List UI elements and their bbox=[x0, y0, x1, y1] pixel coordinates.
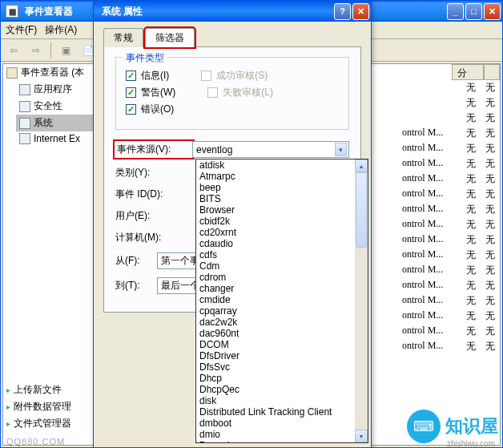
side-link-upload[interactable]: ▸上传新文件 bbox=[6, 381, 71, 398]
dropdown-option[interactable]: Atmarpc bbox=[196, 171, 368, 182]
dropdown-option[interactable]: DfsDriver bbox=[196, 350, 368, 361]
dialog-close-button[interactable]: ✕ bbox=[352, 3, 369, 20]
dropdown-option[interactable]: dac960nt bbox=[196, 328, 368, 339]
minimize-button[interactable]: _ bbox=[447, 3, 464, 20]
dropdown-option[interactable]: cdfs bbox=[196, 249, 368, 260]
dropdown-option[interactable]: atdisk bbox=[196, 159, 368, 171]
list-cell[interactable]: ontrol M... bbox=[397, 339, 461, 354]
menu-action[interactable]: 操作(A) bbox=[45, 23, 77, 37]
list-cell[interactable]: 无 bbox=[481, 126, 500, 141]
tab-general[interactable]: 常规 bbox=[103, 28, 143, 47]
list-cell[interactable]: 无 bbox=[481, 217, 500, 232]
list-cell[interactable]: 无 bbox=[481, 141, 500, 156]
list-cell[interactable]: 无 bbox=[481, 156, 500, 172]
list-cell[interactable]: 无 bbox=[461, 293, 481, 309]
list-cell[interactable] bbox=[397, 111, 461, 126]
scroll-thumb[interactable] bbox=[356, 172, 367, 248]
tree-root[interactable]: 事件查看器 (本 bbox=[3, 64, 99, 81]
chevron-down-icon[interactable]: ▾ bbox=[335, 143, 347, 156]
dropdown-option[interactable]: Dnsapi bbox=[196, 440, 368, 443]
list-cell[interactable]: 无 bbox=[481, 263, 500, 278]
list-cell[interactable]: 无 bbox=[461, 202, 481, 217]
col-header-2[interactable] bbox=[484, 64, 500, 80]
dropdown-option[interactable]: cdrom bbox=[196, 272, 368, 283]
list-cell[interactable]: ontrol M... bbox=[397, 126, 461, 141]
tab-filter[interactable]: 筛选器 bbox=[145, 28, 195, 47]
list-cell[interactable]: 无 bbox=[461, 309, 481, 324]
list-cell[interactable]: 无 bbox=[461, 156, 481, 172]
list-cell[interactable]: 无 bbox=[461, 217, 481, 232]
tree-item-security[interactable]: 安全性 bbox=[16, 98, 99, 115]
tree-item-system[interactable]: 系统 bbox=[16, 115, 99, 131]
list-cell[interactable]: ontrol M... bbox=[397, 217, 461, 232]
dropdown-option[interactable]: DCOM bbox=[196, 339, 368, 350]
dropdown-option[interactable]: dmboot bbox=[196, 418, 368, 429]
list-cell[interactable]: ontrol M... bbox=[397, 248, 461, 263]
list-cell[interactable]: 无 bbox=[481, 172, 500, 187]
list-cell[interactable]: 无 bbox=[481, 324, 500, 339]
tree-item-ie[interactable]: Internet Ex bbox=[16, 131, 99, 146]
list-cell[interactable]: 无 bbox=[461, 248, 481, 263]
list-cell[interactable]: 无 bbox=[461, 126, 481, 141]
list-cell[interactable]: 无 bbox=[461, 324, 481, 339]
list-cell[interactable]: 无 bbox=[481, 80, 500, 95]
maximize-button[interactable]: □ bbox=[465, 3, 482, 20]
event-source-select[interactable]: eventlog ▾ bbox=[192, 141, 349, 158]
dropdown-option[interactable]: BITS bbox=[196, 193, 368, 204]
check-error[interactable]: ✓错误(O) bbox=[126, 103, 174, 116]
list-cell[interactable]: 无 bbox=[461, 111, 481, 126]
close-button[interactable]: ✕ bbox=[484, 3, 501, 20]
dropdown-option[interactable]: disk bbox=[196, 395, 368, 406]
list-cell[interactable]: 无 bbox=[481, 202, 500, 217]
list-cell[interactable]: ontrol M... bbox=[397, 202, 461, 217]
list-cell[interactable]: 无 bbox=[461, 172, 481, 187]
dropdown-option[interactable]: dac2w2k bbox=[196, 317, 368, 328]
toolbar-item[interactable]: ▣ bbox=[56, 42, 75, 59]
dialog-help-button[interactable]: ? bbox=[334, 3, 351, 20]
list-cell[interactable]: ontrol M... bbox=[397, 263, 461, 278]
check-warning[interactable]: ✓警告(W) bbox=[126, 86, 175, 99]
dropdown-option[interactable]: DhcpQec bbox=[196, 384, 368, 395]
dropdown-option[interactable]: cdaudio bbox=[196, 238, 368, 249]
scroll-up-icon[interactable]: ▴ bbox=[355, 159, 368, 172]
list-cell[interactable]: 无 bbox=[461, 80, 481, 95]
list-cell[interactable]: 无 bbox=[461, 187, 481, 202]
dropdown-option[interactable]: beep bbox=[196, 182, 368, 193]
dropdown-option[interactable]: changer bbox=[196, 283, 368, 294]
list-cell[interactable]: 无 bbox=[461, 278, 481, 293]
check-info[interactable]: ✓信息(I) bbox=[126, 69, 169, 83]
list-cell[interactable]: 无 bbox=[481, 339, 500, 354]
list-cell[interactable]: 无 bbox=[461, 263, 481, 278]
dropdown-scrollbar[interactable]: ▴ ▾ bbox=[355, 159, 368, 442]
list-cell[interactable]: 无 bbox=[481, 232, 500, 248]
col-header[interactable]: 分 bbox=[452, 64, 484, 80]
event-source-dropdown[interactable]: atdiskAtmarpcbeepBITSBrowsercbidf2kcd20x… bbox=[195, 159, 368, 443]
dropdown-option[interactable]: dmio bbox=[196, 429, 368, 440]
scroll-down-icon[interactable]: ▾ bbox=[355, 430, 368, 442]
list-cell[interactable]: ontrol M... bbox=[397, 141, 461, 156]
check-success-audit[interactable]: 成功审核(S) bbox=[201, 69, 268, 83]
list-cell[interactable]: 无 bbox=[461, 95, 481, 111]
list-cell[interactable]: 无 bbox=[461, 141, 481, 156]
list-cell[interactable]: ontrol M... bbox=[397, 232, 461, 248]
list-cell[interactable]: 无 bbox=[461, 232, 481, 248]
list-cell[interactable]: 无 bbox=[481, 248, 500, 263]
list-cell[interactable]: ontrol M... bbox=[397, 293, 461, 309]
side-link-attachments[interactable]: ▸附件数据管理 bbox=[6, 398, 71, 415]
dialog-title-bar[interactable]: 系统 属性 ? ✕ bbox=[94, 1, 371, 22]
list-cell[interactable]: 无 bbox=[461, 339, 481, 354]
list-cell[interactable]: 无 bbox=[481, 187, 500, 202]
dropdown-option[interactable]: DfsSvc bbox=[196, 361, 368, 373]
list-cell[interactable]: 无 bbox=[481, 111, 500, 126]
dropdown-option[interactable]: Browser bbox=[196, 204, 368, 216]
dropdown-option[interactable]: Cdm bbox=[196, 260, 368, 272]
dropdown-option[interactable]: cpqarray bbox=[196, 305, 368, 317]
menu-file[interactable]: 文件(F) bbox=[6, 23, 37, 37]
list-cell[interactable]: ontrol M... bbox=[397, 278, 461, 293]
list-cell[interactable]: 无 bbox=[481, 293, 500, 309]
list-cell[interactable]: ontrol M... bbox=[397, 156, 461, 172]
dropdown-option[interactable]: cd20xrnt bbox=[196, 227, 368, 238]
dropdown-option[interactable]: cmdide bbox=[196, 294, 368, 305]
dropdown-option[interactable]: Dhcp bbox=[196, 373, 368, 384]
dropdown-option[interactable]: cbidf2k bbox=[196, 216, 368, 227]
